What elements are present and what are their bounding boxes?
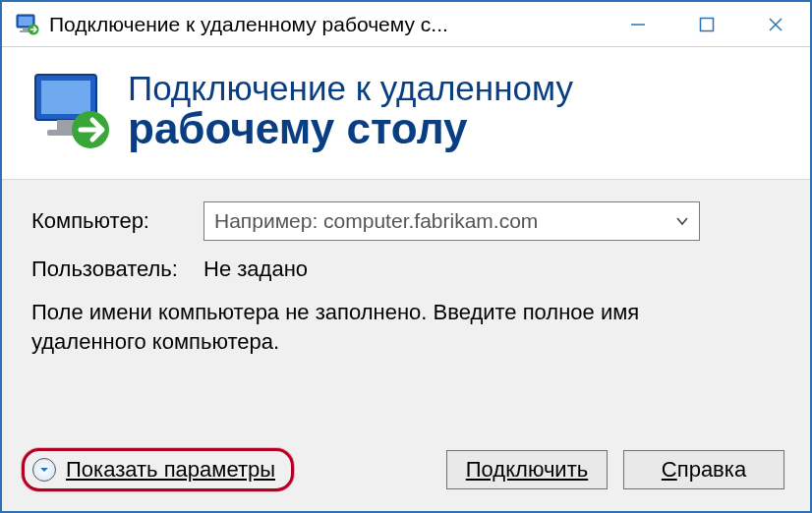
banner-line2: рабочему столу bbox=[128, 106, 573, 151]
computer-input[interactable] bbox=[204, 209, 666, 233]
banner-text: Подключение к удаленному рабочему столу bbox=[128, 71, 573, 152]
titlebar: Подключение к удаленному рабочему с... bbox=[2, 2, 810, 47]
help-rest: правка bbox=[677, 457, 746, 482]
banner-line1: Подключение к удаленному bbox=[128, 71, 573, 107]
chevron-down-icon[interactable] bbox=[666, 214, 699, 228]
computer-combobox[interactable] bbox=[203, 201, 700, 241]
app-icon bbox=[16, 13, 39, 36]
footer: Показать параметры Подключить Справка bbox=[2, 438, 810, 511]
svg-rect-10 bbox=[41, 81, 90, 114]
computer-label: Компьютер: bbox=[31, 208, 203, 234]
maximize-button[interactable] bbox=[672, 2, 741, 46]
hint-text: Поле имени компьютера не заполнено. Введ… bbox=[31, 298, 759, 356]
minimize-button[interactable] bbox=[604, 2, 672, 46]
user-row: Пользователь: Не задано bbox=[31, 256, 781, 282]
window-title: Подключение к удаленному рабочему с... bbox=[49, 13, 604, 36]
rdc-logo-icon bbox=[29, 69, 114, 153]
computer-row: Компьютер: bbox=[31, 201, 781, 241]
rdc-window: Подключение к удаленному рабочему с... bbox=[0, 0, 812, 513]
help-button[interactable]: Справка bbox=[623, 450, 784, 489]
chevron-down-icon bbox=[32, 458, 56, 482]
svg-rect-1 bbox=[19, 17, 32, 26]
form-area: Компьютер: Пользователь: Не задано Поле … bbox=[2, 180, 810, 438]
show-options-button[interactable]: Показать параметры bbox=[22, 448, 294, 491]
connect-button[interactable]: Подключить bbox=[446, 450, 608, 489]
svg-rect-6 bbox=[701, 18, 714, 30]
close-button[interactable] bbox=[741, 2, 810, 46]
user-label: Пользователь: bbox=[31, 256, 203, 282]
window-controls bbox=[604, 2, 810, 46]
help-accel: С bbox=[662, 457, 677, 482]
header-banner: Подключение к удаленному рабочему столу bbox=[2, 47, 810, 180]
show-options-label: Показать параметры bbox=[66, 457, 275, 483]
svg-rect-2 bbox=[23, 28, 29, 30]
user-value: Не задано bbox=[203, 256, 308, 282]
